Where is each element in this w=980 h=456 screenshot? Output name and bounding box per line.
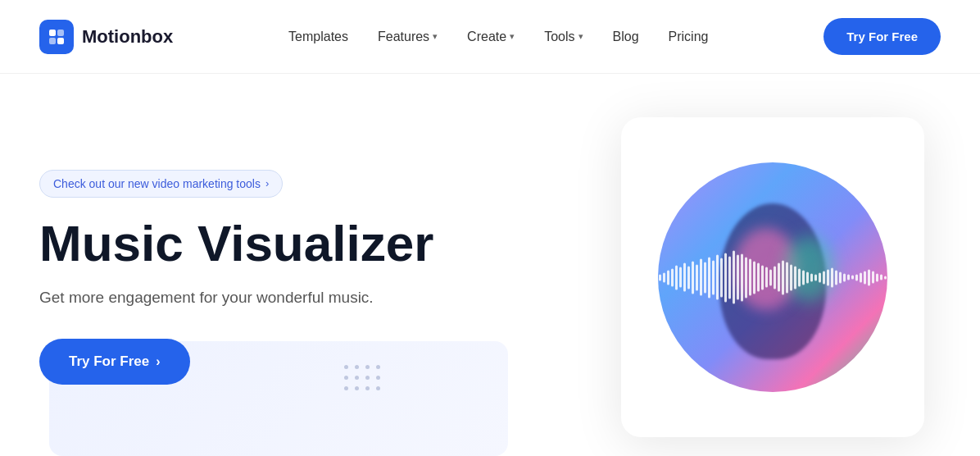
waveform-bar bbox=[659, 274, 661, 280]
waveform-bar bbox=[814, 274, 817, 280]
waveform-bar bbox=[737, 255, 739, 300]
badge-arrow-icon: › bbox=[265, 177, 269, 189]
waveform-bar bbox=[851, 276, 854, 280]
hero-badge[interactable]: Check out our new video marketing tools … bbox=[39, 170, 283, 198]
waveform-bar bbox=[733, 251, 735, 304]
waveform-bar bbox=[810, 273, 813, 281]
waveform-bar bbox=[880, 275, 882, 280]
waveform-bar bbox=[794, 266, 796, 289]
waveform-bar bbox=[790, 264, 792, 290]
nav-features[interactable]: Features ▾ bbox=[378, 30, 438, 44]
hero-section: Check out our new video marketing tools … bbox=[0, 74, 980, 456]
waveform-bar bbox=[696, 264, 698, 290]
hero-visual-card bbox=[621, 117, 924, 437]
waveform-bar bbox=[671, 268, 674, 286]
logo-text: Motionbox bbox=[82, 26, 173, 48]
waveform-bar bbox=[683, 263, 686, 292]
waveform-bar bbox=[724, 253, 727, 302]
waveform-bar bbox=[774, 266, 776, 289]
waveform-bar bbox=[778, 263, 780, 292]
logo-area[interactable]: Motionbox bbox=[39, 20, 173, 54]
logo-icon bbox=[39, 20, 74, 54]
nav-pricing[interactable]: Pricing bbox=[669, 30, 709, 44]
cta-arrow-icon: › bbox=[156, 354, 160, 369]
waveform-bar bbox=[704, 262, 706, 293]
svg-rect-3 bbox=[57, 38, 64, 44]
waveform-overlay bbox=[658, 251, 887, 304]
nav-tools[interactable]: Tools ▾ bbox=[544, 30, 583, 44]
hero-left: Check out our new video marketing tools … bbox=[39, 170, 433, 385]
nav-create[interactable]: Create ▾ bbox=[467, 30, 515, 44]
waveform-bar bbox=[757, 263, 760, 292]
chevron-down-icon: ▾ bbox=[510, 31, 515, 42]
waveform-bar bbox=[728, 256, 731, 299]
waveform-bar bbox=[884, 276, 887, 279]
navbar: Motionbox Templates Features ▾ Create ▾ … bbox=[0, 0, 980, 74]
waveform-bar bbox=[786, 262, 788, 293]
waveform-bar bbox=[753, 261, 755, 294]
nav-links: Templates Features ▾ Create ▾ Tools ▾ Bl… bbox=[288, 30, 708, 44]
hero-title: Music Visualizer bbox=[39, 216, 433, 271]
waveform-bar bbox=[868, 269, 870, 285]
waveform-bar bbox=[708, 257, 710, 298]
waveform-bar bbox=[765, 267, 768, 288]
badge-text: Check out our new video marketing tools bbox=[53, 177, 261, 190]
svg-rect-2 bbox=[49, 38, 56, 44]
waveform-bar bbox=[831, 267, 833, 287]
svg-rect-1 bbox=[57, 30, 64, 36]
waveform-bar bbox=[872, 271, 874, 284]
waveform-bar bbox=[663, 272, 665, 282]
waveform-bar bbox=[700, 259, 702, 296]
svg-rect-0 bbox=[49, 30, 56, 36]
waveform-bar bbox=[847, 275, 850, 280]
waveform-bar bbox=[806, 271, 809, 283]
waveform-bar bbox=[782, 260, 784, 294]
waveform-bar bbox=[839, 271, 842, 283]
waveform-bar bbox=[827, 269, 829, 285]
waveform-bar bbox=[679, 267, 682, 288]
waveform-bar bbox=[860, 272, 862, 282]
waveform-bar bbox=[745, 257, 747, 298]
waveform-bar bbox=[798, 268, 801, 286]
waveform-bar bbox=[667, 270, 669, 285]
nav-templates[interactable]: Templates bbox=[288, 30, 348, 44]
waveform-bar bbox=[712, 260, 715, 294]
chevron-down-icon: ▾ bbox=[578, 31, 583, 42]
waveform-bar bbox=[864, 271, 866, 284]
hero-cta-button[interactable]: Try For Free › bbox=[39, 339, 190, 385]
portrait-circle bbox=[658, 162, 887, 392]
waveform-bar bbox=[761, 265, 764, 290]
waveform-bar bbox=[720, 258, 723, 297]
waveform-bar bbox=[802, 270, 805, 285]
waveform-bar bbox=[769, 269, 772, 285]
waveform-bar bbox=[823, 271, 825, 284]
waveform-bar bbox=[692, 261, 694, 294]
nav-blog[interactable]: Blog bbox=[613, 30, 639, 44]
waveform-bar bbox=[716, 255, 719, 300]
waveform-bar bbox=[819, 272, 821, 282]
waveform-bar bbox=[687, 266, 690, 289]
waveform-bar bbox=[749, 259, 751, 296]
waveform-bar bbox=[843, 273, 846, 281]
waveform-bar bbox=[835, 270, 837, 285]
nav-cta-button[interactable]: Try For Free bbox=[823, 18, 941, 55]
hero-subtitle: Get more engagement for your wonderful m… bbox=[39, 286, 433, 310]
waveform-bar bbox=[876, 273, 878, 281]
waveform-bar bbox=[741, 253, 743, 301]
waveform-bar bbox=[675, 265, 678, 290]
cta-label: Try For Free bbox=[69, 353, 149, 370]
chevron-down-icon: ▾ bbox=[433, 31, 438, 42]
waveform-bar bbox=[855, 274, 858, 280]
